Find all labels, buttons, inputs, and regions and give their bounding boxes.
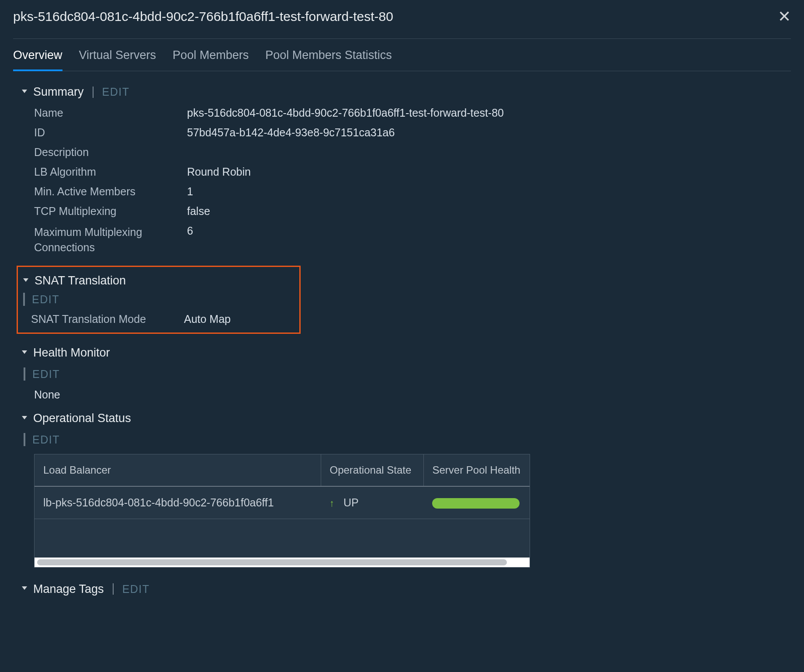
table-row[interactable]: lb-pks-516dc804-081c-4bdd-90c2-766b1f0a6… bbox=[35, 486, 530, 519]
value-min-active: 1 bbox=[187, 185, 193, 198]
snat-edit-row: EDIT bbox=[23, 293, 294, 306]
value-name: pks-516dc804-081c-4bdd-90c2-766b1f0a6ff1… bbox=[187, 107, 504, 119]
edit-bar bbox=[23, 293, 25, 306]
col-load-balancer[interactable]: Load Balancer bbox=[35, 454, 321, 486]
label-name: Name bbox=[34, 107, 187, 119]
table-row-empty bbox=[35, 519, 530, 558]
value-max-mux: 6 bbox=[187, 225, 193, 255]
summary-edit-link[interactable]: EDIT bbox=[102, 86, 130, 98]
section-manage-tags: Manage Tags EDIT bbox=[22, 582, 791, 596]
summary-title: Summary bbox=[33, 85, 84, 99]
col-operational-state[interactable]: Operational State bbox=[321, 454, 423, 486]
health-bar-icon bbox=[432, 498, 520, 509]
page-title: pks-516dc804-081c-4bdd-90c2-766b1f0a6ff1… bbox=[13, 9, 393, 24]
tab-virtual-servers[interactable]: Virtual Servers bbox=[79, 41, 156, 71]
table-header-row: Load Balancer Operational State Server P… bbox=[35, 454, 530, 486]
op-status-edit-row: EDIT bbox=[24, 433, 791, 446]
section-health: Health Monitor EDIT None bbox=[22, 346, 791, 401]
chevron-down-icon[interactable] bbox=[23, 278, 28, 282]
op-status-table-wrap: Load Balancer Operational State Server P… bbox=[34, 454, 530, 568]
tabs: Overview Virtual Servers Pool Members Po… bbox=[13, 41, 791, 71]
snat-edit-link[interactable]: EDIT bbox=[32, 293, 59, 306]
op-status-table: Load Balancer Operational State Server P… bbox=[35, 454, 530, 558]
section-summary: Summary EDIT Namepks-516dc804-081c-4bdd-… bbox=[22, 85, 791, 255]
section-op-status: Operational Status EDIT Load Balancer Op… bbox=[22, 412, 791, 568]
value-tcp-mux: false bbox=[187, 205, 210, 218]
col-server-pool-health[interactable]: Server Pool Health bbox=[423, 454, 530, 486]
cell-op-state: ↑ UP bbox=[321, 486, 423, 519]
label-max-mux: Maximum Multiplexing Connections bbox=[34, 225, 187, 255]
health-value: None bbox=[34, 388, 60, 401]
health-header: Health Monitor bbox=[22, 346, 791, 360]
snat-header: SNAT Translation bbox=[23, 274, 294, 288]
chevron-down-icon[interactable] bbox=[22, 350, 27, 354]
label-id: ID bbox=[34, 126, 187, 139]
scrollbar-thumb[interactable] bbox=[37, 559, 507, 565]
tab-pool-members[interactable]: Pool Members bbox=[173, 41, 249, 71]
op-status-title: Operational Status bbox=[33, 412, 131, 425]
label-lb-algo: LB Algorithm bbox=[34, 166, 187, 178]
label-min-active: Min. Active Members bbox=[34, 185, 187, 198]
health-edit-row: EDIT bbox=[24, 367, 791, 381]
value-lb-algo: Round Robin bbox=[187, 166, 251, 178]
summary-header: Summary EDIT bbox=[22, 85, 791, 99]
divider bbox=[113, 583, 114, 595]
tab-pool-stats[interactable]: Pool Members Statistics bbox=[265, 41, 392, 71]
value-id: 57bd457a-b142-4de4-93e8-9c7151ca31a6 bbox=[187, 126, 395, 139]
edit-bar bbox=[24, 367, 25, 381]
divider bbox=[93, 87, 94, 98]
panel-header: pks-516dc804-081c-4bdd-90c2-766b1f0a6ff1… bbox=[13, 9, 791, 39]
section-snat-highlighted: SNAT Translation EDIT SNAT Translation M… bbox=[17, 266, 301, 334]
health-title: Health Monitor bbox=[33, 346, 110, 360]
label-description: Description bbox=[34, 146, 187, 159]
chevron-down-icon[interactable] bbox=[22, 90, 27, 93]
health-edit-link[interactable]: EDIT bbox=[32, 368, 60, 381]
tab-overview[interactable]: Overview bbox=[13, 41, 62, 71]
cell-lb-name: lb-pks-516dc804-081c-4bdd-90c2-766b1f0a6… bbox=[35, 486, 321, 519]
cell-health bbox=[423, 486, 530, 519]
up-arrow-icon: ↑ bbox=[329, 498, 334, 509]
op-status-edit-link[interactable]: EDIT bbox=[32, 433, 60, 446]
label-snat-mode: SNAT Translation Mode bbox=[31, 313, 184, 326]
chevron-down-icon[interactable] bbox=[22, 586, 27, 590]
label-tcp-mux: TCP Multiplexing bbox=[34, 205, 187, 218]
snat-title: SNAT Translation bbox=[35, 274, 126, 288]
tags-title: Manage Tags bbox=[33, 582, 104, 596]
op-status-header: Operational Status bbox=[22, 412, 791, 425]
edit-bar bbox=[24, 433, 25, 446]
chevron-down-icon[interactable] bbox=[22, 416, 27, 419]
value-snat-mode: Auto Map bbox=[184, 313, 231, 326]
tags-header: Manage Tags EDIT bbox=[22, 582, 791, 596]
horizontal-scrollbar[interactable] bbox=[35, 558, 530, 567]
op-state-text: UP bbox=[343, 496, 359, 509]
tags-edit-link[interactable]: EDIT bbox=[122, 583, 150, 596]
close-icon[interactable]: ✕ bbox=[778, 9, 791, 24]
